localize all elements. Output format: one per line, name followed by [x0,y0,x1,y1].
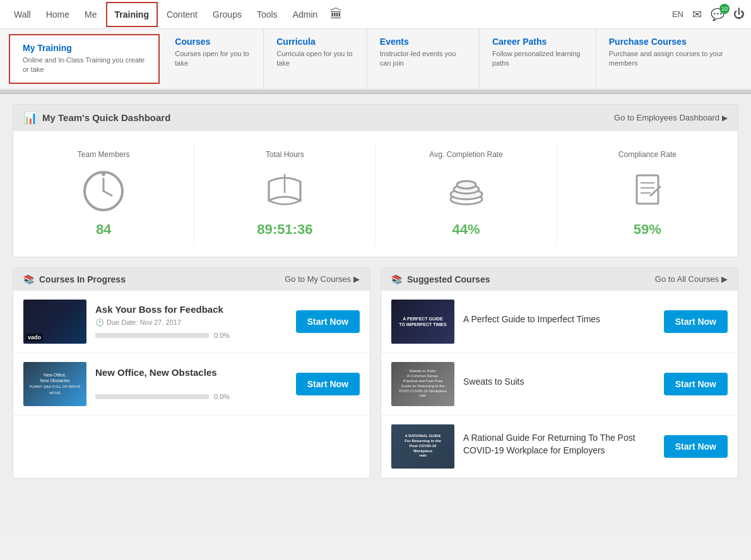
course-info-1: New Office, New Obstacles 0.0% [95,367,287,400]
stat-completion-label: Avg. Completion Rate [429,150,503,159]
my-training-title: My Training [23,43,146,53]
dashboard-link[interactable]: Go to Employees Dashboard ▶ [614,113,728,122]
progress-bar-wrap-0: 0.0% [95,332,287,339]
stat-total-hours-value: 89:51:36 [257,221,312,238]
nav-item-content[interactable]: Content [159,1,205,28]
nav-item-tools[interactable]: Tools [249,1,285,28]
dashboard-icon: 📊 [23,111,37,125]
mail-icon[interactable]: ✉ [692,8,702,21]
course-due-0: 🕐 Due Date: Nov 27, 2017 [95,318,287,327]
nav-items-left: Wall Home Me Training Content Groups Too… [6,1,348,28]
suggested-thumb-2: A RATIONAL GUIDEFor Returning to thePost… [391,424,454,469]
progress-pct-1: 0.0% [214,393,230,400]
nav-item-me[interactable]: Me [77,1,104,28]
start-now-button-1[interactable]: Start Now [296,373,360,395]
suggested-courses-card: 📚 Suggested Courses Go to All Courses ▶ … [381,267,738,479]
courses-in-progress-icon: 📚 [23,274,34,284]
events-title: Events [380,37,466,47]
stat-compliance-value: 59% [634,221,661,238]
suggested-info-1: Sweats to Suits [463,376,655,392]
progress-pct-0: 0.0% [214,332,230,339]
stat-completion-rate: Avg. Completion Rate 44% [376,144,557,244]
courses-in-progress-title: 📚 Courses In Progress [23,274,126,284]
building-icon[interactable]: 🏛 [325,7,348,21]
chat-badge: 10 [719,4,730,14]
two-col-section: 📚 Courses In Progress Go to My Courses ▶… [13,267,738,479]
suggested-item-1: Sweats to Suits:A Common-Sense,Practical… [381,353,738,416]
courses-in-progress-card: 📚 Courses In Progress Go to My Courses ▶… [13,267,370,479]
dashboard-card: 📊 My Team's Quick Dashboard Go to Employ… [13,104,738,257]
stat-compliance-label: Compliance Rate [618,150,677,159]
stat-team-members-value: 84 [96,221,111,238]
stat-team-members: Team Members 84 [13,144,194,244]
training-dropdown-courses[interactable]: Courses Courses open for you to take [162,29,264,89]
my-training-desc: Online and In-Class Training you create … [23,55,146,75]
training-dropdown-events[interactable]: Events Instructor-led events you can joi… [367,29,480,89]
nav-item-admin[interactable]: Admin [285,1,326,28]
training-dropdown-career-paths[interactable]: Career Paths Follow personalized learnin… [480,29,596,89]
nav-items-right: EN ✉ 💬 10 ⏻ [672,8,745,21]
course-thumb-0: vado [23,300,86,344]
curricula-title: Curricula [276,37,354,47]
career-paths-desc: Follow personalized learning paths [492,49,583,69]
course-info-0: Ask Your Boss for Feedback 🕐 Due Date: N… [95,304,287,339]
start-now-button-0[interactable]: Start Now [296,310,360,333]
power-icon[interactable]: ⏻ [733,8,745,21]
stat-total-hours-label: Total Hours [266,150,304,159]
stat-total-hours: Total Hours 89:51:36 [194,144,376,244]
course-title-1: New Office, New Obstacles [95,367,287,378]
start-now-button-suggested-0[interactable]: Start Now [664,310,728,333]
purchase-courses-title: Purchase Courses [609,37,732,47]
course-title-0: Ask Your Boss for Feedback [95,304,287,315]
suggested-courses-title: 📚 Suggested Courses [391,274,490,284]
purchase-courses-desc: Purchase and assign courses to your memb… [609,49,732,69]
career-paths-title: Career Paths [492,37,583,47]
clock-small-icon: 🕐 [95,318,104,327]
start-now-button-suggested-1[interactable]: Start Now [664,373,728,395]
courses-in-progress-link[interactable]: Go to My Courses ▶ [285,274,360,284]
nav-item-training[interactable]: Training [106,2,158,27]
nav-item-home[interactable]: Home [38,1,77,28]
courses-link-arrow: ▶ [353,274,360,284]
main-content: 📊 My Team's Quick Dashboard Go to Employ… [0,94,751,535]
suggested-courses-link[interactable]: Go to All Courses ▶ [655,274,728,284]
dashboard-stats: Team Members 84 Total Hours [13,131,738,257]
svg-rect-9 [637,175,658,204]
suggested-link-arrow: ▶ [721,274,728,284]
suggested-info-2: A Rational Guide For Returning To The Po… [463,432,655,460]
svg-line-3 [103,191,112,195]
chat-icon-wrap[interactable]: 💬 10 [711,8,724,21]
clock-icon [81,169,126,215]
nav-item-wall[interactable]: Wall [6,1,38,28]
top-navigation: Wall Home Me Training Content Groups Too… [0,0,751,29]
courses-in-progress-header: 📚 Courses In Progress Go to My Courses ▶ [13,268,370,291]
stat-team-members-label: Team Members [78,150,130,159]
courses-desc: Courses open for you to take [175,49,251,69]
suggested-item-2: A RATIONAL GUIDEFor Returning to thePost… [381,416,738,478]
suggested-title-0: A Perfect Guide to Imperfect Times [463,313,655,326]
training-dropdown: My Training Online and In-Class Training… [0,29,751,90]
suggested-courses-icon: 📚 [391,274,402,284]
language-selector[interactable]: EN [672,9,683,19]
stat-completion-value: 44% [452,221,480,238]
progress-bar-0 [95,333,209,338]
training-dropdown-curricula[interactable]: Curricula Curricula open for you to take [264,29,367,89]
dashboard-link-arrow: ▶ [722,114,728,122]
progress-bar-wrap-1: 0.0% [95,393,287,400]
training-dropdown-my-training[interactable]: My Training Online and In-Class Training… [9,34,160,84]
progress-bar-1 [95,394,209,399]
nav-item-groups[interactable]: Groups [205,1,249,28]
course-item-0: vado Ask Your Boss for Feedback 🕐 Due Da… [13,291,370,353]
events-desc: Instructor-led events you can join [380,49,466,69]
course-thumb-1: New Office,New ObstaclesFUNNY Q&A FULL O… [23,362,86,406]
start-now-button-suggested-2[interactable]: Start Now [664,435,728,458]
suggested-courses-header: 📚 Suggested Courses Go to All Courses ▶ [381,268,738,291]
course-item-1: New Office,New ObstaclesFUNNY Q&A FULL O… [13,353,370,416]
books-stack-icon [444,169,488,215]
suggested-thumb-0: A PERFECT GUIDETO IMPERFECT TIMES [391,300,454,344]
stat-compliance-rate: Compliance Rate 59% [557,144,738,244]
suggested-thumb-1: Sweats to Suits:A Common-Sense,Practical… [391,362,454,406]
suggested-item-0: A PERFECT GUIDETO IMPERFECT TIMES A Perf… [381,291,738,353]
book-icon [263,169,307,215]
training-dropdown-purchase-courses[interactable]: Purchase Courses Purchase and assign cou… [596,29,745,89]
